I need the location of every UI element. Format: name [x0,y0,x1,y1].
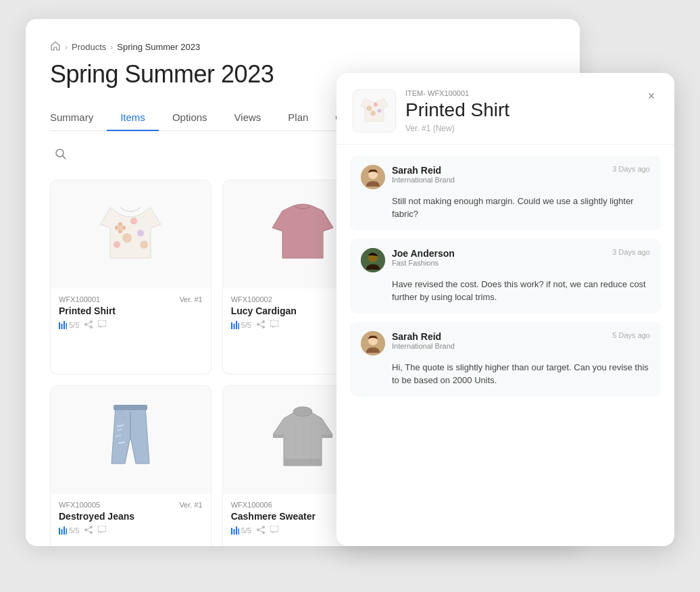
comment-text-1: Still not making enough margin. Could we… [361,195,650,221]
comment-author-1: Sarah Reid [392,165,605,176]
comment-item-2: Joe Anderson Fast Fashions 3 Days ago Ha… [350,239,661,314]
svg-point-80 [367,106,372,111]
comment-author-3: Sarah Reid [392,331,605,342]
item-stats-wfx100002: 5/5 [231,321,251,329]
item-stats-wfx100001: 5/5 [59,321,79,329]
svg-rect-66 [231,528,232,535]
svg-point-14 [140,241,148,249]
tab-items[interactable]: Items [107,105,159,131]
panel-header: ITEM- WFX100001 Printed Shirt Ver. #1 (N… [336,73,674,145]
svg-rect-50 [61,529,63,535]
svg-rect-21 [64,321,65,329]
svg-rect-69 [238,528,239,535]
tab-plan[interactable]: Plan [274,105,322,131]
svg-rect-75 [270,526,278,532]
comment-header-2: Joe Anderson Fast Fashions 3 Days ago [361,248,650,272]
tab-summary[interactable]: Summary [50,105,107,131]
item-icons-wfx100001: 5/5 [59,320,203,330]
svg-point-16 [118,230,122,233]
breadcrumb-sep-1: › [65,43,68,52]
comment-time-1: 3 Days ago [612,165,650,173]
svg-line-27 [86,324,91,327]
svg-point-17 [115,226,118,230]
item-image-wfx100001 [51,180,211,289]
svg-line-1 [63,156,66,159]
svg-rect-61 [273,435,284,438]
item-meta-wfx100001: WFX100001 Ver. #1 [59,295,203,303]
comment-text-3: Hi, The quote is slightly higher than ou… [361,361,650,387]
svg-line-57 [86,530,91,533]
item-version-wfx100005: Ver. #1 [179,501,202,509]
item-card-wfx100001[interactable]: WFX100001 Ver. #1 Printed Shirt 5/5 [50,180,211,374]
comment-avatar-3 [361,331,385,355]
tab-views[interactable]: Views [221,105,275,131]
item-name-wfx100001: Printed Shirt [59,305,203,316]
item-comment-icon-wfx100006 [270,526,278,535]
panel-item-version: Ver. #1 (New) [405,124,658,133]
svg-rect-32 [238,323,239,329]
item-comment-icon-wfx100002 [270,320,278,330]
comment-item-3: Sarah Reid International Brand 5 Days ag… [350,322,661,397]
item-info-wfx100001: WFX100001 Ver. #1 Printed Shirt 5/5 [51,289,211,337]
svg-rect-51 [64,526,65,535]
comment-time-3: 5 Days ago [612,331,650,339]
search-button[interactable] [50,143,72,165]
svg-line-74 [258,530,264,533]
comment-author-block-1: Sarah Reid International Brand [392,165,605,184]
comment-item-1: Sarah Reid International Brand 3 Days ag… [350,155,661,230]
breadcrumb-current: Spring Summer 2023 [117,42,200,52]
svg-rect-30 [233,324,234,329]
svg-rect-43 [114,405,147,410]
svg-rect-49 [59,528,60,535]
item-icons-wfx100005: 5/5 [59,526,203,535]
breadcrumb: › Products › Spring Summer 2023 [50,41,555,53]
comment-role-3: International Brand [392,342,605,350]
item-id-wfx100002: WFX100002 [231,295,272,303]
svg-point-59 [293,407,312,416]
comment-role-2: Fast Fashions [392,259,605,267]
panel-item-name: Printed Shirt [405,100,658,121]
comment-header-1: Sarah Reid International Brand 3 Days ag… [361,165,650,189]
comment-time-2: 3 Days ago [612,248,650,256]
item-share-icon-wfx100002 [257,320,265,330]
item-info-wfx100005: WFX100005 Ver. #1 Destroyed Jeans 5/5 [51,494,211,542]
item-image-wfx100005 [51,386,211,494]
panel-item-id: ITEM- WFX100001 [405,89,658,97]
svg-rect-52 [66,528,68,535]
svg-rect-31 [236,321,237,329]
comment-avatar-2 [361,248,385,272]
comment-avatar-1 [361,165,385,189]
svg-rect-68 [236,526,237,535]
svg-line-73 [258,527,264,530]
item-id-wfx100005: WFX100005 [59,501,100,509]
tab-options[interactable]: Options [159,105,221,131]
comments-list: Sarah Reid International Brand 3 Days ag… [336,145,674,546]
item-comment-icon-wfx100005 [98,526,106,535]
svg-rect-60 [284,459,322,466]
item-id-wfx100001: WFX100001 [59,295,100,303]
svg-point-18 [123,226,126,230]
svg-line-26 [86,322,91,324]
svg-rect-20 [61,324,63,329]
svg-rect-67 [233,529,234,535]
item-version-wfx100001: Ver. #1 [179,295,202,303]
comment-text-2: Have revised the cost. Does this work? i… [361,278,650,304]
item-share-icon-wfx100006 [257,526,265,535]
svg-rect-29 [231,322,232,329]
svg-point-83 [378,109,382,113]
breadcrumb-sep-2: › [110,43,113,52]
home-icon[interactable] [50,41,61,53]
item-meta-wfx100005: WFX100005 Ver. #1 [59,501,203,509]
item-name-wfx100005: Destroyed Jeans [59,511,203,522]
breadcrumb-products[interactable]: Products [72,42,106,52]
item-card-wfx100005[interactable]: WFX100005 Ver. #1 Destroyed Jeans 5/5 [50,385,211,546]
comment-header-3: Sarah Reid International Brand 5 Days ag… [361,331,650,355]
svg-rect-19 [59,322,60,329]
svg-line-37 [258,324,264,327]
svg-point-13 [114,241,120,248]
item-share-icon-wfx100001 [84,320,93,330]
item-stats-wfx100005: 5/5 [59,526,79,535]
panel-item-info: ITEM- WFX100001 Printed Shirt Ver. #1 (N… [405,89,658,133]
comment-author-block-2: Joe Anderson Fast Fashions [392,248,605,267]
close-button[interactable]: × [642,87,661,105]
